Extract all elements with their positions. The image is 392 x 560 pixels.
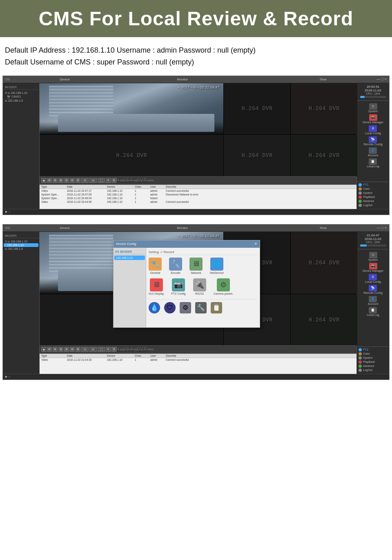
page-bottom-padding (0, 380, 392, 388)
cms2-dialog-icon-network[interactable]: 🖥 Network (189, 258, 203, 274)
cms2-divider (358, 249, 388, 249)
cms1-btn-account[interactable]: 👤 Account (368, 147, 378, 157)
cms1-statusbar: ▶ ○ (3, 209, 389, 215)
cms2-btn-system2[interactable]: System (358, 356, 388, 360)
cms1-cam01[interactable]: 📷 CAM01 (4, 95, 38, 99)
cms2-dialog-icon-guidisplay[interactable]: 🖥 GUI Display (149, 278, 164, 295)
cms1-cell-tr1: H.264 DVR (224, 83, 290, 134)
cms1-log-hdr-user: User (150, 185, 163, 188)
page-header: CMS For Local Review & Record (0, 0, 392, 37)
cms2-log-row1-chan: 1 (135, 358, 147, 361)
cms2-log-hdr-device: Device (107, 354, 131, 357)
cms2-dialog-icon-ptzconfig-label: PTZ Config (171, 292, 185, 295)
cms2-btn-local-log[interactable]: 📋 Local Log (367, 307, 379, 316)
cms1-log-row4-desc: Connect successful (166, 200, 189, 203)
cms1-btn-color[interactable]: Color (358, 187, 388, 191)
cms2-dialog-icon-rs232[interactable]: 🔌 RS232 (193, 278, 206, 295)
cms2-logo: DS (5, 226, 10, 230)
cms2-dialog-icon-cameraparam[interactable]: ⚙ Camera param. (214, 278, 234, 295)
cms2-btn-remote-cfg[interactable]: 📡 Remote Config (363, 285, 383, 294)
cms1-monitor: ～ 2017 – 6 – 05 21:04:47 (40, 83, 356, 209)
cms2-status-icons: ▶ ○ (5, 375, 10, 378)
cms1-num30-btn[interactable]: 30 (89, 178, 97, 183)
cms1-grid4-btn[interactable]: ⊞ (64, 178, 69, 183)
cms1-log-row1-desc: Connect successful (166, 189, 189, 192)
cms1-divider (358, 100, 388, 101)
cms2-close-btn[interactable]: ✕ (106, 347, 111, 352)
cms1-cell-bm: H.264 DVR (224, 135, 290, 177)
cms2-btn-playback[interactable]: PlayBack (358, 360, 388, 364)
cms2-grid2-btn[interactable]: ⊞ (53, 347, 58, 352)
cms2-grid4-btn[interactable]: ⊞ (64, 347, 69, 352)
cms2-dialog-icon-b3[interactable]: ⚙ (180, 302, 191, 313)
cms1-time-display: 20:52:51 2016-11-02 CPU : 18% (365, 85, 381, 95)
cms1-btn-logout[interactable]: LogOut (358, 203, 388, 207)
cms2-dialog-icon-cameraparam-label: Camera param. (214, 292, 234, 295)
cms2-device-2[interactable]: ⊟ 192.168.1.9 (4, 247, 38, 251)
cms1-dvr-label-1: H.264 DVR (242, 105, 273, 112)
cms1-btn-advance[interactable]: Advance (358, 199, 388, 203)
cms2-log-row1-device: 192.168.1.10 (107, 358, 131, 361)
cms2-monitor: ～ 2017 – 6 – 05 21:04:47 H.264 DVR (40, 232, 356, 374)
cms1-grid5-btn[interactable]: ⊞ (70, 178, 75, 183)
cms2-num25-btn[interactable]: 25 (81, 347, 89, 352)
cms1-num25-btn[interactable]: 25 (81, 178, 89, 183)
cms2-btn-logout[interactable]: LogOut (358, 368, 388, 372)
cms2-btn-advance[interactable]: Advance (358, 364, 388, 368)
cms1-grid3-btn[interactable]: ⊞ (58, 178, 63, 183)
cms1-btn-local-log[interactable]: 📋 Local Log (367, 158, 379, 168)
cms1-expand-btn[interactable]: ⛶ (98, 178, 105, 183)
cms2-expand-btn[interactable]: ⛶ (98, 347, 105, 352)
cms2-device-1[interactable]: ☰ ⊟ 192.168.1.10 (4, 240, 38, 243)
cms2-dialog-icon-b5[interactable]: 📋 (211, 302, 222, 313)
cms1-grid6-btn[interactable]: ⊞ (76, 178, 80, 183)
cms2-btn-local-cfg[interactable]: 🖥 Local Config (365, 274, 381, 283)
cms2-dialog-icon-b2[interactable]: 🛡 (164, 302, 176, 313)
cms2-btn-color[interactable]: Color (358, 352, 388, 356)
cms2-grid5-btn[interactable]: ⊞ (70, 347, 75, 352)
cms2-dialog-icon-b1[interactable]: 💧 (149, 302, 160, 313)
cms2-cell-br: H.264 DVR (291, 294, 357, 345)
cms2-dialog-icon-ptzconfig[interactable]: 📷 PTZ Config (171, 278, 185, 295)
cms2-cell-tr2: H.264 DVR (291, 232, 357, 294)
cms2-btn-system[interactable]: ⊙ System (368, 252, 378, 261)
cms2-stop-btn[interactable]: ■ (41, 347, 46, 352)
cms1-btn-ptz[interactable]: PTZ (358, 183, 388, 187)
cms2-btn-ptz[interactable]: PTZ (358, 348, 388, 352)
cms2-dialog-icon-general[interactable]: 🔧 General (149, 258, 162, 274)
cms1-grid1-btn[interactable]: ⊞ (47, 178, 52, 183)
cms2-grid1-btn[interactable]: ⊞ (47, 347, 52, 352)
info-line1: Default IP Address : 192.168.1.10 Userna… (5, 44, 387, 56)
cms2-cam01[interactable]: 192.168.1.10 (4, 243, 38, 247)
cms2-btn-account[interactable]: 👤 Account (368, 296, 378, 305)
cms1-btn-playback[interactable]: PlayBack (358, 195, 388, 199)
cms2-grid6-btn[interactable]: ⊞ (76, 347, 80, 352)
cms1-device-1[interactable]: ☰ ⊟ 192.168.1.10 (4, 91, 38, 95)
cms1-stop-btn[interactable]: ■ (41, 178, 46, 183)
cms1-cell-br: H.264 DVR (291, 135, 357, 177)
cms1-btn-system[interactable]: ⊙ System (368, 103, 378, 113)
cms1-window-controls[interactable]: — □ × (376, 77, 387, 81)
cms1-status-icons: ▶ ○ (5, 210, 10, 213)
cms1-btn-device-mgr[interactable]: 📷 Device Manager (363, 114, 383, 124)
cms2-dialog-icon-b4[interactable]: 🔧 (195, 302, 207, 313)
cms1-btn-local-cfg[interactable]: 🖥 Local Config (365, 125, 381, 135)
cms2-dialog-icon-netservice[interactable]: 🌐 NetService (210, 258, 224, 274)
cms1-close-btn[interactable]: ✕ (106, 178, 111, 183)
cms1-btn-remote-cfg[interactable]: 📡 Remote Config (363, 136, 383, 146)
cms2-dialog-icon-encode[interactable]: 🔧 Encode (169, 258, 182, 274)
cms2-window-controls[interactable]: — □ × (376, 226, 387, 230)
cms2-dialog-close[interactable]: ✕ (254, 242, 257, 246)
cms2-grid3-btn[interactable]: ⊞ (58, 347, 63, 352)
cms2-btn-device-mgr[interactable]: 📷 Device Manager (363, 263, 383, 272)
cms2-dialog-sidebar: DS BESDER 192.168.1.10 (114, 248, 146, 327)
cms1-cell-main (40, 83, 223, 134)
cms1-log-row3-date: 2016-11-02 20:46:04 (67, 197, 104, 200)
cms2-dialog-sidebar-item[interactable]: 192.168.1.10 (114, 256, 145, 260)
cms2-statusbar: ▶ ○ (3, 374, 389, 380)
cms1-grid2-btn[interactable]: ⊞ (53, 178, 58, 183)
cms2-dialog-inner-title: Setting -> Record (149, 250, 257, 255)
cms1-btn-system2[interactable]: System (358, 191, 388, 195)
cms1-device-2[interactable]: ⊟ 192.168.1.9 (4, 99, 38, 102)
cms2-num30-btn[interactable]: 30 (89, 347, 97, 352)
